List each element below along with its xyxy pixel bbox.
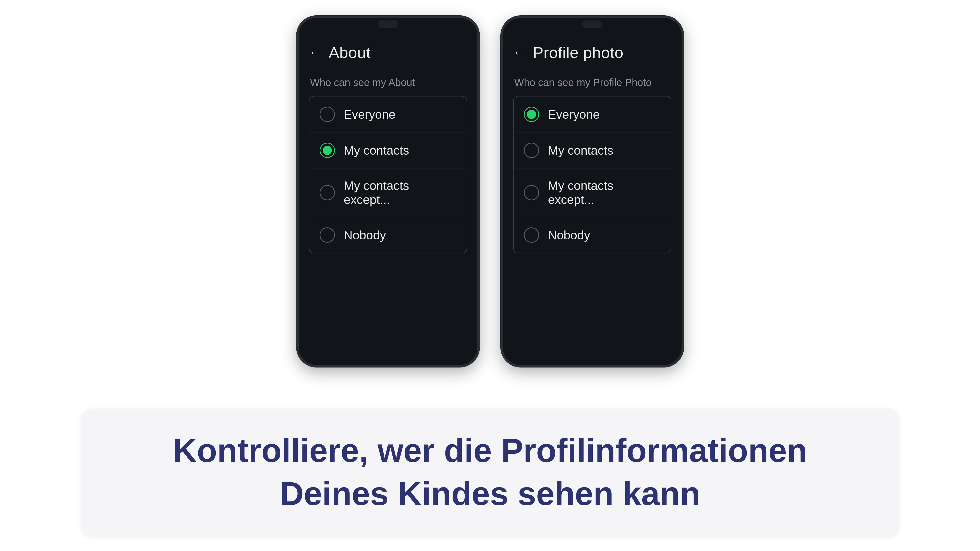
bottom-banner: Kontrolliere, wer die Profilinformatione… <box>82 409 899 536</box>
profile-option-my-contacts[interactable]: My contacts <box>514 132 671 168</box>
about-screen-header: ← About <box>309 43 467 62</box>
profile-option-everyone[interactable]: Everyone <box>514 97 671 132</box>
about-label-my-contacts: My contacts <box>344 143 409 157</box>
about-phone: ← About Who can see my About Everyone My… <box>296 15 480 367</box>
profile-photo-section-label: Who can see my Profile Photo <box>513 77 671 88</box>
about-radio-everyone <box>320 107 335 122</box>
profile-photo-phone: ← Profile photo Who can see my Profile P… <box>500 15 684 367</box>
about-back-button[interactable]: ← <box>309 46 321 59</box>
profile-photo-back-button[interactable]: ← <box>513 46 525 59</box>
profile-radio-inner-everyone <box>527 110 536 119</box>
phones-container: ← About Who can see my About Everyone My… <box>296 0 684 409</box>
about-label-everyone: Everyone <box>344 108 396 121</box>
about-label-my-contacts-except: My contacts except... <box>344 179 457 207</box>
about-screen-title: About <box>329 43 371 62</box>
banner-text: Kontrolliere, wer die Profilinformatione… <box>173 429 807 515</box>
banner-line2: Deines Kindes sehen kann <box>280 475 700 512</box>
about-label-nobody: Nobody <box>344 228 386 242</box>
profile-radio-everyone <box>524 107 539 122</box>
profile-photo-options-box: Everyone My contacts My contacts except.… <box>513 96 671 253</box>
about-option-my-contacts[interactable]: My contacts <box>309 132 467 168</box>
profile-label-my-contacts: My contacts <box>548 143 613 157</box>
about-radio-inner-my-contacts <box>323 146 332 155</box>
phone-notch-1 <box>363 18 414 31</box>
banner-line1: Kontrolliere, wer die Profilinformatione… <box>173 432 807 469</box>
about-option-nobody[interactable]: Nobody <box>309 217 467 253</box>
profile-radio-nobody <box>524 227 539 243</box>
profile-photo-screen-title: Profile photo <box>533 43 624 62</box>
profile-label-everyone: Everyone <box>548 108 600 121</box>
profile-option-nobody[interactable]: Nobody <box>514 217 671 253</box>
profile-label-nobody: Nobody <box>548 228 590 242</box>
about-options-box: Everyone My contacts My contacts except.… <box>309 96 467 253</box>
about-radio-my-contacts <box>320 143 335 158</box>
profile-radio-my-contacts-except <box>524 185 539 200</box>
profile-photo-screen: ← Profile photo Who can see my Profile P… <box>503 18 682 365</box>
about-radio-nobody <box>320 227 335 243</box>
phone-notch-2 <box>567 18 618 31</box>
profile-radio-my-contacts <box>524 143 539 158</box>
profile-label-my-contacts-except: My contacts except... <box>548 179 661 207</box>
about-option-my-contacts-except[interactable]: My contacts except... <box>309 168 467 217</box>
profile-option-my-contacts-except[interactable]: My contacts except... <box>514 168 671 217</box>
about-screen: ← About Who can see my About Everyone My… <box>299 18 477 365</box>
about-radio-my-contacts-except <box>320 185 335 200</box>
about-section-label: Who can see my About <box>309 77 467 88</box>
about-option-everyone[interactable]: Everyone <box>309 97 467 132</box>
profile-photo-screen-header: ← Profile photo <box>513 43 671 62</box>
